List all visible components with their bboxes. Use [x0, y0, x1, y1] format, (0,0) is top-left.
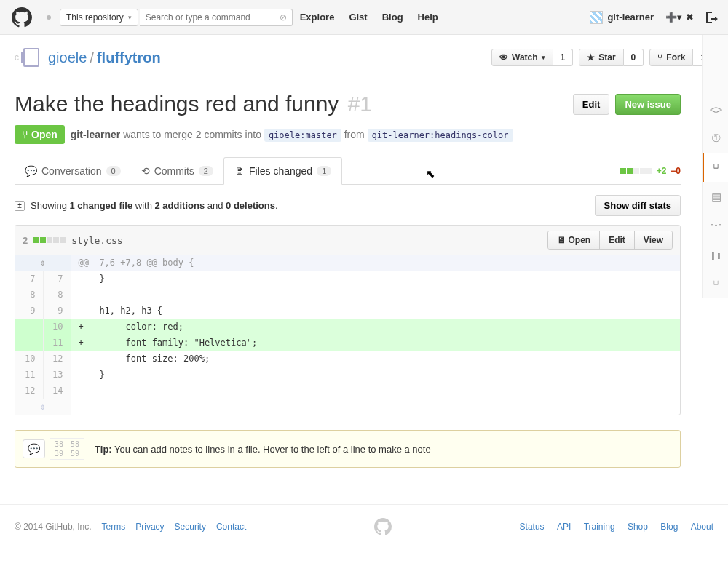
footer-blog[interactable]: Blog	[660, 522, 678, 532]
file-edit-button[interactable]: Edit	[599, 231, 634, 249]
expand-hunk-icon[interactable]: ⇕	[15, 399, 71, 415]
watch-group: 👁 Watch ▾ 1	[491, 49, 573, 66]
pr-title-text: Make the headings red and funny	[15, 92, 339, 116]
footer-training[interactable]: Training	[584, 522, 615, 532]
current-user-link[interactable]: git-learner	[590, 11, 654, 24]
footer-api[interactable]: API	[557, 522, 571, 532]
pr-number: #1	[348, 92, 372, 116]
watch-button[interactable]: 👁 Watch ▾	[491, 49, 553, 66]
line-num-new[interactable]: 7	[43, 271, 71, 287]
star-label: Star	[598, 52, 615, 63]
line-num-old[interactable]: 10	[15, 351, 43, 367]
expand-hunk-icon[interactable]: ⇕	[15, 255, 71, 271]
repo-owner-link[interactable]: gioele	[48, 49, 87, 66]
edit-button[interactable]: Edit	[573, 94, 610, 115]
file-change-count: 2	[23, 235, 28, 246]
show-diff-stats-button[interactable]: Show diff stats	[595, 195, 681, 216]
diff-code: }	[71, 271, 680, 287]
footer-about[interactable]: About	[691, 522, 713, 532]
nav-gist[interactable]: Gist	[349, 12, 367, 23]
side-issues-icon[interactable]: ①	[703, 124, 729, 153]
diff-row: 88	[15, 287, 680, 303]
line-num-old[interactable]: 9	[15, 303, 43, 319]
diff-code: + color: red;	[71, 319, 680, 335]
footer-shop[interactable]: Shop	[628, 522, 648, 532]
additions-count: +2	[657, 166, 667, 176]
footer-contact[interactable]: Contact	[216, 522, 246, 532]
pr-status-row: ⑂ Open git-learner wants to merge 2 comm…	[15, 125, 681, 144]
watch-count[interactable]: 1	[553, 49, 574, 66]
file-action-group: 🖥Open Edit View	[547, 231, 673, 250]
footer-terms[interactable]: Terms	[102, 522, 126, 532]
footer-privacy[interactable]: Privacy	[135, 522, 164, 532]
caret-down-icon: ▾	[128, 14, 132, 21]
line-num-new[interactable]: 12	[43, 351, 71, 367]
line-num-old[interactable]: 7	[15, 271, 43, 287]
line-num-old[interactable]: 11	[15, 367, 43, 383]
tab-files-changed[interactable]: 🗎 Files changed 1	[223, 157, 342, 185]
current-user-name: git-learner	[607, 12, 654, 23]
star-count[interactable]: 0	[624, 49, 644, 66]
repo-name-link[interactable]: fluffytron	[97, 49, 161, 66]
create-new-icon[interactable]: ➕▾	[665, 12, 677, 23]
line-num-old[interactable]: 8	[15, 287, 43, 303]
fork-button[interactable]: ⑂ Fork	[649, 49, 693, 66]
star-icon: ★	[587, 52, 595, 63]
line-num-new[interactable]: 8	[43, 287, 71, 303]
line-num-new[interactable]: 11	[43, 335, 71, 351]
avatar-icon	[590, 11, 603, 24]
topbar: This repository ▾ ⊘ Explore Gist Blog He…	[0, 0, 728, 35]
footer-status[interactable]: Status	[520, 522, 545, 532]
repo-side-nav: <> ① ⑂ ▤ 〰 ⫿⫾ ⑂	[702, 35, 728, 298]
diff-code: h1, h2, h3 {	[71, 303, 680, 319]
side-pulse-icon[interactable]: 〰	[703, 211, 729, 240]
tab-conversation[interactable]: 💬 Conversation 0	[15, 158, 131, 184]
fork-icon: ⑂	[657, 52, 662, 63]
line-num-new[interactable]: 9	[43, 303, 71, 319]
search-input[interactable]	[140, 9, 293, 26]
new-issue-button[interactable]: New issue	[615, 94, 681, 115]
watch-label: Watch	[512, 52, 538, 63]
file-diff-icon: 🗎	[234, 165, 245, 177]
diff-code: font-size: 200%;	[71, 351, 680, 367]
diff-code	[71, 383, 680, 399]
star-button[interactable]: ★ Star	[579, 49, 623, 66]
diff-code: }	[71, 367, 680, 383]
side-code-icon[interactable]: <>	[703, 95, 729, 124]
github-logo-icon[interactable]	[12, 7, 32, 28]
side-pull-requests-icon[interactable]: ⑂	[703, 153, 729, 182]
base-branch-ref[interactable]: gioele:master	[264, 129, 341, 142]
line-num-new[interactable]: 13	[43, 367, 71, 383]
github-mark-icon[interactable]	[374, 518, 392, 535]
line-num-old[interactable]: 12	[15, 383, 43, 399]
search-scope-dropdown[interactable]: This repository ▾	[60, 9, 138, 26]
nav-blog[interactable]: Blog	[382, 12, 403, 23]
hunk-header: @@ -7,6 +7,8 @@ body {	[71, 255, 680, 271]
line-num-new[interactable]: 10	[43, 319, 71, 335]
file-view-button[interactable]: View	[634, 231, 672, 249]
line-num-new[interactable]: 14	[43, 383, 71, 399]
line-num-old[interactable]	[15, 335, 43, 351]
sign-out-icon[interactable]	[706, 12, 718, 23]
footer-security[interactable]: Security	[175, 522, 206, 532]
line-num-old[interactable]	[15, 319, 43, 335]
footer: © 2014 GitHub, Inc. Terms Privacy Securi…	[0, 504, 728, 549]
eye-icon: 👁	[499, 52, 508, 63]
pr-author[interactable]: git-learner	[71, 129, 120, 140]
nav-help[interactable]: Help	[418, 12, 438, 23]
expand-toggle-icon[interactable]: ±	[15, 201, 25, 211]
tab-files-label: Files changed	[249, 165, 312, 177]
star-group: ★ Star 0	[579, 49, 644, 66]
side-wiki-icon[interactable]: ▤	[703, 182, 729, 211]
file-name[interactable]: style.css	[71, 235, 122, 246]
file-open-button[interactable]: 🖥Open	[548, 231, 600, 249]
head-branch-ref[interactable]: git-learner:headings-color	[368, 129, 513, 142]
tools-icon[interactable]: ✖	[686, 12, 697, 23]
side-graphs-icon[interactable]: ⫿⫾	[703, 240, 729, 269]
file-diffstat-icon	[33, 237, 66, 243]
summary-files: 1 changed file	[69, 200, 132, 211]
tab-commits[interactable]: ⟲ Commits 2	[131, 158, 223, 184]
notification-dot-icon[interactable]	[47, 15, 51, 20]
nav-explore[interactable]: Explore	[300, 12, 335, 23]
side-settings-icon[interactable]: ⑂	[703, 269, 729, 298]
